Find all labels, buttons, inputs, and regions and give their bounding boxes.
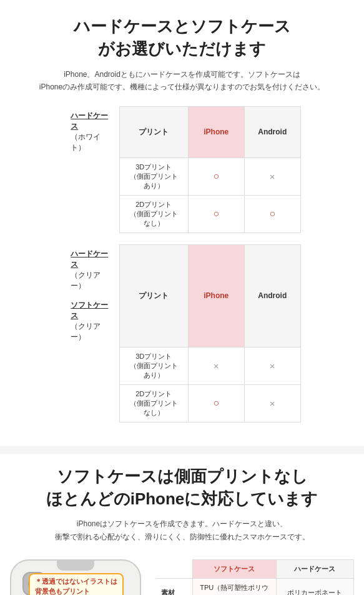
compare-table: ソフトケース ハードケース 素材 TPU（熱可塑性ポリウレタン） ポリカーボネー… [156, 559, 354, 595]
section1-desc: iPhone、Androidともにハードケースを作成可能です。ソフトケースはiP… [12, 68, 352, 94]
table1-group1: ハードケース （ホワイト） プリント iPhone Android 3Dプリント… [63, 106, 301, 233]
print-label-2d-1: 2Dプリント（側面プリントなし） [119, 195, 188, 232]
compare-hard-material: ポリカーボネート [276, 578, 353, 595]
section2: ソフトケースは側面プリントなしほとんどのiPhoneに対応しています iPhon… [0, 454, 364, 560]
compare-header-soft: ソフトケース [192, 560, 276, 579]
section2-desc: iPhoneはソフトケースを作成できます。ハードケースと違い、衝撃で割れる心配が… [12, 518, 352, 543]
print-label-3d-2: 3Dプリント（側面プリントあり） [119, 347, 188, 384]
iphone-2d-1: ○ [188, 195, 244, 232]
android-2d-2: × [244, 384, 300, 422]
col-header-android1: Android [244, 106, 300, 158]
compare-soft-material: TPU（熱可塑性ポリウレタン） [192, 578, 276, 595]
table1-group1-label: ハードケース （ホワイト） [63, 106, 119, 158]
compare-header-hard: ハードケース [276, 560, 353, 579]
android-3d-1: × [244, 158, 300, 195]
col-header-print2: プリント [119, 244, 188, 347]
print-label-2d-2: 2Dプリント（側面プリントなし） [119, 384, 188, 422]
iphone-3d-2: × [188, 347, 244, 384]
compare-empty-header [156, 560, 192, 579]
section1-title: ハードケースとソフトケースがお選びいただけます [12, 15, 352, 61]
col-header-iphone1: iPhone [188, 106, 244, 158]
print-label-3d-1: 3Dプリント（側面プリントあり） [119, 158, 188, 195]
iphone-3d-1: ○ [188, 158, 244, 195]
table-row: 2Dプリント（側面プリントなし） ○ × [63, 384, 300, 422]
android-3d-2: × [244, 347, 300, 384]
section-divider [0, 446, 364, 454]
table-row: 3Dプリント（側面プリントあり） × × [63, 347, 300, 384]
bottom-area: ＊透過ではないイラストは背景色もプリント 🦕 🦖 🦕 🦖 🦕 🦎 🦖 🐟 恐竜の… [0, 559, 364, 595]
table-row: 3Dプリント（側面プリントあり） ○ × [63, 158, 300, 195]
table1-group2-label: ハードケース （クリアー） ソフトケース （クリアー） [63, 244, 119, 347]
col-header-android2: Android [244, 244, 300, 347]
table1-group2-wrap: ハードケース （クリアー） ソフトケース （クリアー） プリント iPhone … [12, 244, 352, 422]
col-header-print1: プリント [119, 106, 188, 158]
section1: ハードケースとソフトケースがお選びいただけます iPhone、Androidとも… [0, 0, 364, 446]
table-row: 2Dプリント（側面プリントなし） ○ ○ [63, 195, 300, 232]
compare-label-material: 素材 [156, 578, 192, 595]
section2-title: ソフトケースは側面プリントなしほとんどのiPhoneに対応しています [12, 465, 352, 511]
compare-table-wrap: ソフトケース ハードケース 素材 TPU（熱可塑性ポリウレタン） ポリカーボネー… [156, 559, 354, 595]
col-header-iphone2: iPhone [188, 244, 244, 347]
compare-row-material: 素材 TPU（熱可塑性ポリウレタン） ポリカーボネート [156, 578, 354, 595]
android-2d-1: ○ [244, 195, 300, 232]
table1-group2: ハードケース （クリアー） ソフトケース （クリアー） プリント iPhone … [63, 244, 301, 422]
phone-wrap: ＊透過ではないイラストは背景色もプリント 🦕 🦖 🦕 🦖 🦕 🦎 🦖 🐟 恐竜の… [10, 559, 147, 595]
table1-group1-wrap: ハードケース （ホワイト） プリント iPhone Android 3Dプリント… [12, 106, 352, 233]
balloon-note: ＊透過ではないイラストは背景色もプリント [29, 573, 124, 595]
iphone-2d-2: ○ [188, 384, 244, 422]
